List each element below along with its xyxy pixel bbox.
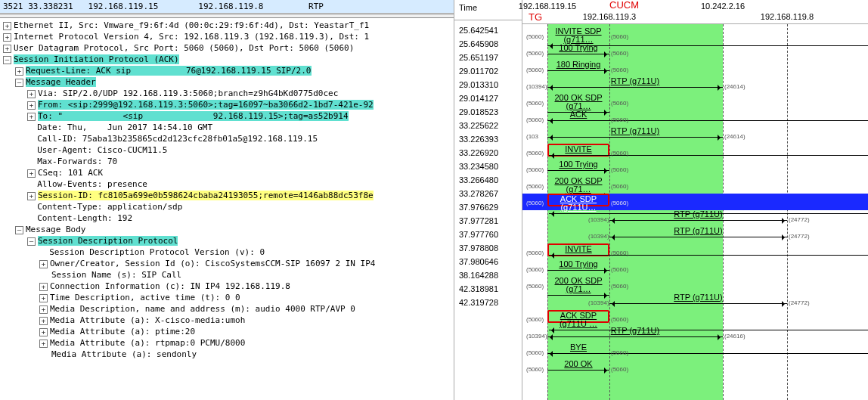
- time-cell[interactable]: 38.164288: [454, 268, 522, 282]
- flow-message[interactable]: RTP (g711U): [547, 127, 723, 140]
- flow-message[interactable]: 100 Trying: [547, 44, 609, 57]
- flow-row[interactable]: (5060)200 OK SDP (g71…(5060): [522, 94, 868, 110]
- expand-icon[interactable]: +: [27, 192, 36, 200]
- tree-sdp-m[interactable]: +Media Description, name and address (m)…: [2, 303, 452, 315]
- flow-row[interactable]: (5060)ACK(5060): [522, 110, 868, 127]
- tree-sdp-t[interactable]: +Time Description, active time (t): 0 0: [2, 292, 452, 303]
- packet-list-row[interactable]: 3521 33.338231 192.168.119.15 192.168.11…: [0, 0, 454, 14]
- tree-to[interactable]: +To: " <sip 92.168.119.15>;tag=as52b914: [2, 110, 452, 122]
- flow-row[interactable]: (5060)180 Ringing(5060): [522, 60, 868, 77]
- tree-call-id[interactable]: Call-ID: 75aba13b235865cd2d123cfc28fb01a…: [2, 133, 452, 144]
- flow-message[interactable]: INVITE: [547, 243, 609, 256]
- protocol-tree[interactable]: +Ethernet II, Src: Vmware_f9:6f:4d (00:0…: [0, 18, 454, 400]
- tree-sdp-c[interactable]: +Connection Information (c): IN IP4 192.…: [2, 281, 452, 292]
- flow-row[interactable]: (5060)100 Trying(5060): [522, 260, 868, 277]
- flow-row[interactable]: (5060)INVITE(5060): [522, 144, 868, 160]
- tree-allow-events[interactable]: Allow-Events: presence: [2, 178, 452, 190]
- expand-icon[interactable]: +: [39, 317, 48, 325]
- time-cell[interactable]: 37.977281: [454, 214, 522, 228]
- tree-sdp-a2[interactable]: +Media Attribute (a): ptime:20: [2, 326, 452, 337]
- time-cell[interactable]: 29.013310: [454, 78, 522, 91]
- expand-icon[interactable]: +: [27, 169, 36, 178]
- time-cell[interactable]: 25.645908: [454, 37, 522, 51]
- tree-date[interactable]: Date: Thu, Jun 2017 14:54.10 GMT: [2, 122, 452, 133]
- collapse-icon[interactable]: –: [15, 226, 23, 234]
- time-cell[interactable]: 29.014127: [454, 91, 522, 105]
- time-cell[interactable]: 25.642541: [454, 23, 522, 37]
- flow-message[interactable]: RTP (g711U): [609, 210, 787, 223]
- tree-sdp-a1[interactable]: +Media Attribute (a): X-cisco-media:umoh: [2, 315, 452, 326]
- time-cell[interactable]: 33.266480: [454, 173, 522, 187]
- flow-message[interactable]: 200 OK SDP (g71…: [547, 277, 609, 290]
- flow-message[interactable]: BYE: [547, 343, 609, 356]
- flow-row[interactable]: (5060)100 Trying(5060): [522, 160, 868, 177]
- flow-message[interactable]: RTP (g711U): [547, 327, 723, 340]
- flow-message[interactable]: ACK SDP (g711U …: [547, 310, 609, 323]
- tree-user-agent[interactable]: User-Agent: Cisco-CUCM11.5: [2, 144, 452, 156]
- flow-message[interactable]: ACK: [547, 110, 609, 123]
- flow-message[interactable]: RTP (g711U): [547, 77, 723, 90]
- collapse-icon[interactable]: –: [3, 56, 11, 64]
- tree-cseq[interactable]: +CSeq: 101 ACK: [2, 167, 452, 178]
- tree-sdp-a4[interactable]: Media Attribute (a): sendonly: [2, 349, 452, 360]
- flow-row[interactable]: (5060)200 OK SDP (g71…(5060): [522, 177, 868, 194]
- tree-sdp-a3[interactable]: +Media Attribute (a): rtpmap:0 PCMU/8000: [2, 337, 452, 349]
- flow-row[interactable]: (5060)INVITE SDP (g711…(5060): [522, 27, 868, 44]
- flow-message[interactable]: 200 OK SDP (g71…: [547, 94, 609, 107]
- flow-row[interactable]: (5060)200 OK(5060): [522, 360, 868, 377]
- flow-row[interactable]: (103RTP (g711U)(24614): [522, 127, 868, 144]
- expand-icon[interactable]: +: [39, 340, 48, 348]
- time-cell[interactable]: 29.018523: [454, 105, 522, 119]
- tree-sdp-o[interactable]: +Owner/Creator, Session Id (o): CiscoSys…: [2, 258, 452, 269]
- expand-icon[interactable]: +: [27, 113, 36, 121]
- flow-row[interactable]: (5060)ACK SDP (g711U…(5060): [522, 194, 868, 210]
- tree-message-body[interactable]: –Message Body: [2, 224, 452, 235]
- time-cell[interactable]: 33.226393: [454, 132, 522, 146]
- collapse-icon[interactable]: –: [27, 237, 36, 246]
- flow-row[interactable]: (10394)RTP (g711U)(24616): [522, 327, 868, 343]
- flow-row[interactable]: (10394)RTP (g711U)(24614): [522, 77, 868, 94]
- tree-ip[interactable]: +Internet Protocol Version 4, Src: 192.1…: [2, 31, 452, 42]
- tree-sdp[interactable]: –Session Description Protocol: [2, 235, 452, 247]
- tree-session-id[interactable]: +Session-ID: fc8105a699e0b598624cbaba241…: [2, 190, 452, 201]
- tree-max-forwards[interactable]: Max-Forwards: 70: [2, 156, 452, 167]
- flow-message[interactable]: 180 Ringing: [547, 60, 609, 73]
- tree-udp[interactable]: +User Datagram Protocol, Src Port: 5060 …: [2, 42, 452, 54]
- tree-content-type[interactable]: Content-Type: application/sdp: [2, 201, 452, 212]
- flow-row[interactable]: (10394)RTP (g711U)(24772): [522, 210, 868, 227]
- expand-icon[interactable]: +: [27, 90, 36, 98]
- flow-row[interactable]: (5060)ACK SDP (g711U …(5060): [522, 310, 868, 327]
- time-cell[interactable]: 37.976629: [454, 200, 522, 214]
- expand-icon[interactable]: +: [39, 283, 48, 291]
- flow-message[interactable]: RTP (g711U): [609, 227, 787, 240]
- time-cell[interactable]: 33.278267: [454, 187, 522, 200]
- expand-icon[interactable]: +: [3, 45, 11, 53]
- tree-from[interactable]: +From: <sip:2999@192.168.119.3:5060>;tag…: [2, 99, 452, 110]
- expand-icon[interactable]: +: [27, 101, 36, 110]
- flow-row[interactable]: (10394)RTP (g711U)(24772): [522, 293, 868, 310]
- time-cell[interactable]: 29.011702: [454, 64, 522, 78]
- collapse-icon[interactable]: –: [15, 79, 23, 87]
- tree-sip[interactable]: –Session Initiation Protocol (ACK): [2, 54, 452, 65]
- flow-row[interactable]: (5060)BYE(5060): [522, 343, 868, 360]
- tree-request-line[interactable]: +Request-Line: ACK sip 76@192.168.119.15…: [2, 65, 452, 76]
- flow-row[interactable]: (5060)200 OK SDP (g71…(5060): [522, 277, 868, 293]
- flow-row[interactable]: (5060)INVITE(5060): [522, 243, 868, 260]
- expand-icon[interactable]: +: [39, 305, 48, 314]
- expand-icon[interactable]: +: [3, 33, 11, 42]
- tree-ethernet[interactable]: +Ethernet II, Src: Vmware_f9:6f:4d (00:0…: [2, 20, 452, 31]
- expand-icon[interactable]: +: [39, 294, 48, 302]
- flow-message[interactable]: INVITE: [547, 144, 609, 157]
- tree-via[interactable]: +Via: SIP/2.0/UDP 192.168.119.3:5060;bra…: [2, 88, 452, 99]
- tree-sdp-v[interactable]: Session Description Protocol Version (v)…: [2, 247, 452, 258]
- time-cell[interactable]: 42.319728: [454, 296, 522, 309]
- time-cell[interactable]: 37.980646: [454, 255, 522, 268]
- expand-icon[interactable]: +: [3, 22, 11, 30]
- time-cell[interactable]: 33.234580: [454, 160, 522, 173]
- expand-icon[interactable]: +: [39, 260, 48, 268]
- time-cell[interactable]: 37.977760: [454, 228, 522, 241]
- flow-row[interactable]: (5060)100 Trying(5060): [522, 44, 868, 60]
- flow-message[interactable]: 200 OK: [547, 360, 609, 373]
- time-cell[interactable]: 33.225622: [454, 119, 522, 132]
- time-cell[interactable]: 33.226920: [454, 146, 522, 160]
